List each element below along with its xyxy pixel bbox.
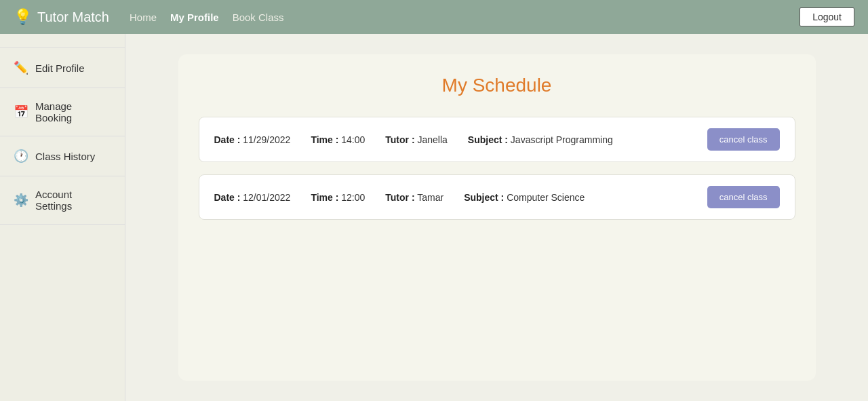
sidebar: ✏️ Edit Profile 📅 Manage Booking 🕐 Class… <box>0 34 125 401</box>
brand-name: Tutor Match <box>37 9 109 25</box>
nav-links: Home My Profile Book Class <box>130 12 284 23</box>
bulb-icon: 💡 <box>14 8 32 26</box>
sidebar-item-class-history[interactable]: 🕐 Class History <box>0 136 125 176</box>
nav-book[interactable]: Book Class <box>233 12 284 23</box>
main-content: My Schedule Date : 11/29/2022 Time : 14:… <box>125 34 868 401</box>
class-subject: Subject : Computer Science <box>464 192 585 203</box>
class-history-icon: 🕐 <box>14 149 27 164</box>
class-info: Date : 12/01/2022 Time : 12:00 Tutor : T… <box>214 192 707 203</box>
time-value: 14:00 <box>341 134 365 145</box>
sidebar-item-label: Edit Profile <box>35 62 85 74</box>
sidebar-item-label: Class History <box>35 151 95 162</box>
tutor-label: Tutor : <box>385 134 414 145</box>
tutor-value: Janella <box>417 134 447 145</box>
nav-home[interactable]: Home <box>130 12 157 23</box>
date-label: Date : <box>214 134 241 145</box>
account-settings-icon: ⚙️ <box>14 193 27 208</box>
date-value: 11/29/2022 <box>243 134 290 145</box>
date-value: 12/01/2022 <box>243 192 290 203</box>
manage-booking-icon: 📅 <box>14 104 27 119</box>
cancel-class-button[interactable]: cancel class <box>707 186 780 208</box>
page-layout: ✏️ Edit Profile 📅 Manage Booking 🕐 Class… <box>0 34 868 401</box>
class-info: Date : 11/29/2022 Time : 14:00 Tutor : J… <box>214 134 707 145</box>
class-date: Date : 12/01/2022 <box>214 192 291 203</box>
schedule-card: My Schedule Date : 11/29/2022 Time : 14:… <box>178 54 816 381</box>
sidebar-item-account-settings[interactable]: ⚙️ Account Settings <box>0 176 125 225</box>
edit-profile-icon: ✏️ <box>14 60 27 75</box>
class-row: Date : 12/01/2022 Time : 12:00 Tutor : T… <box>199 174 795 220</box>
time-label: Time : <box>311 192 338 203</box>
sidebar-item-label: Account Settings <box>35 189 111 212</box>
brand-link[interactable]: 💡 Tutor Match <box>14 8 109 26</box>
sidebar-item-manage-booking[interactable]: 📅 Manage Booking <box>0 88 125 136</box>
class-row: Date : 11/29/2022 Time : 14:00 Tutor : J… <box>199 117 795 162</box>
subject-value: Computer Science <box>507 192 585 203</box>
subject-label: Subject : <box>468 134 508 145</box>
schedule-title: My Schedule <box>199 75 795 96</box>
logout-button[interactable]: Logout <box>800 7 854 26</box>
navbar: 💡 Tutor Match Home My Profile Book Class… <box>0 0 868 34</box>
sidebar-item-label: Manage Booking <box>35 100 111 123</box>
sidebar-item-edit-profile[interactable]: ✏️ Edit Profile <box>0 47 125 88</box>
subject-label: Subject : <box>464 192 504 203</box>
time-label: Time : <box>311 134 338 145</box>
date-label: Date : <box>214 192 241 203</box>
class-time: Time : 14:00 <box>311 134 365 145</box>
class-subject: Subject : Javascript Programming <box>468 134 613 145</box>
tutor-label: Tutor : <box>385 192 414 203</box>
tutor-value: Tamar <box>417 192 443 203</box>
cancel-class-button[interactable]: cancel class <box>707 128 780 151</box>
class-date: Date : 11/29/2022 <box>214 134 291 145</box>
nav-profile[interactable]: My Profile <box>170 12 219 23</box>
class-time: Time : 12:00 <box>311 192 365 203</box>
class-tutor: Tutor : Tamar <box>385 192 443 203</box>
time-value: 12:00 <box>341 192 365 203</box>
class-tutor: Tutor : Janella <box>385 134 448 145</box>
subject-value: Javascript Programming <box>511 134 613 145</box>
